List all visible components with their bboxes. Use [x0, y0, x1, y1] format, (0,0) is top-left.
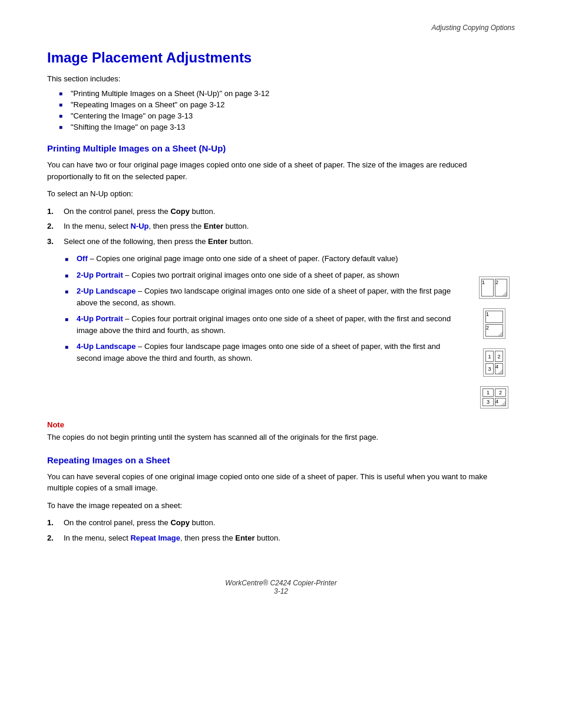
- footer-line1: WorkCentre® C2424 Copier-Printer: [47, 579, 515, 587]
- note-box: Note The copies do not begin printing un…: [47, 420, 515, 443]
- header-right: Adjusting Copying Options: [47, 24, 515, 32]
- option-off-text: – Copies one original page image onto on…: [90, 254, 398, 263]
- section2-para2: To have the image repeated on a sheet:: [47, 500, 515, 512]
- section1-para2: To select an N-Up option:: [47, 188, 515, 200]
- option-4up-portrait: 4-Up Portrait – Copies four portrait ori…: [65, 313, 462, 336]
- step-3-text: Select one of the following, then press …: [64, 236, 253, 248]
- step-1-bold: Copy: [170, 207, 190, 216]
- step-2-nup: N-Up: [130, 222, 148, 230]
- section1-steps: 1. On the control panel, press the Copy …: [47, 206, 515, 248]
- diagram-2up-portrait: 1 2: [479, 276, 510, 299]
- option-2up-landscape-label: 2-Up Landscape: [77, 286, 135, 295]
- step-2: 2. In the menu, select N-Up, then press …: [47, 220, 515, 232]
- section2-step-2-text: In the menu, select Repeat Image, then p…: [64, 532, 280, 544]
- option-4up-portrait-text: – Copies four portrait original images o…: [77, 314, 451, 335]
- diagram-cell-5: 1: [485, 351, 494, 362]
- step-2-enter: Enter: [204, 222, 223, 230]
- diagram-cell-3: 1: [485, 311, 503, 323]
- step-1: 1. On the control panel, press the Copy …: [47, 206, 515, 218]
- section2-step-1: 1. On the control panel, press the Copy …: [47, 517, 515, 529]
- option-4up-landscape: 4-Up Landscape – Copies four landscape p…: [65, 341, 462, 364]
- section1-para1: You can have two or four original page i…: [47, 159, 515, 182]
- option-2up-landscape: 2-Up Landscape – Copies two landscape or…: [65, 285, 462, 308]
- section2-step-2: 2. In the menu, select Repeat Image, the…: [47, 532, 515, 544]
- intro-text: This section includes:: [47, 74, 515, 83]
- diagram-cell-1: 1: [481, 279, 494, 297]
- diagram-cell-8: 4: [495, 363, 503, 374]
- section1-heading: Printing Multiple Images on a Sheet (N-U…: [47, 143, 515, 153]
- toc-item-2: "Repeating Images on a Sheet" on page 3-…: [59, 100, 515, 109]
- section2-step-2-num: 2.: [47, 532, 64, 544]
- fold-corner-4: [501, 401, 505, 406]
- footer-line2: 3-12: [47, 587, 515, 595]
- note-text: The copies do not begin printing until t…: [47, 431, 515, 443]
- diagram-cell-4: 2: [485, 324, 503, 337]
- toc-list: "Printing Multiple Images on a Sheet (N-…: [59, 89, 515, 131]
- diagram-cell-12: 4: [495, 398, 506, 406]
- fold-corner-3: [498, 369, 503, 374]
- toc-item-3: "Centering the Image" on page 3-13: [59, 111, 515, 120]
- options-list-container: Off – Copies one original page image ont…: [47, 253, 462, 368]
- diagram-cell-6: 2: [495, 351, 503, 362]
- option-4up-portrait-label: 4-Up Portrait: [77, 314, 123, 323]
- section2-step-1-num: 1.: [47, 517, 64, 529]
- step-1-num: 1.: [47, 206, 64, 218]
- section2-copy-bold: Copy: [170, 518, 190, 527]
- note-label: Note: [47, 420, 515, 429]
- option-off: Off – Copies one original page image ont…: [65, 253, 462, 265]
- toc-item-1: "Printing Multiple Images on a Sheet (N-…: [59, 89, 515, 98]
- options-list: Off – Copies one original page image ont…: [65, 253, 462, 364]
- section2-steps: 1. On the control panel, press the Copy …: [47, 517, 515, 543]
- fold-corner-2: [498, 331, 503, 336]
- header-text: Adjusting Copying Options: [432, 24, 515, 32]
- diagram-4up-portrait: 1 2 3 4: [483, 348, 505, 377]
- diagram-cell-7: 3: [485, 363, 494, 374]
- diagram-cell-2: 2: [495, 279, 507, 297]
- step-3: 3. Select one of the following, then pre…: [47, 236, 515, 248]
- section2-step-1-text: On the control panel, press the Copy but…: [64, 517, 215, 529]
- diagrams-column: 1 2 1 2 1 2 3: [474, 253, 515, 409]
- page-container: Adjusting Copying Options Image Placemen…: [0, 0, 562, 728]
- step-1-text: On the control panel, press the Copy but…: [64, 206, 215, 218]
- section2-para1: You can have several copies of one origi…: [47, 471, 515, 494]
- option-off-label: Off: [77, 254, 88, 263]
- toc-item-4: "Shifting the Image" on page 3-13: [59, 123, 515, 131]
- option-2up-portrait-text: – Copies two portrait original images on…: [125, 271, 399, 279]
- step-2-text: In the menu, select N-Up, then press the…: [64, 220, 249, 232]
- section2-repeat-image: Repeat Image: [130, 533, 180, 542]
- step-3-enter: Enter: [208, 237, 227, 246]
- options-with-diagrams: Off – Copies one original page image ont…: [47, 253, 515, 409]
- diagram-cell-9: 1: [482, 388, 494, 397]
- option-2up-portrait: 2-Up Portrait – Copies two portrait orig…: [65, 269, 462, 281]
- diagram-4up-landscape: 1 2 3 4: [480, 386, 508, 409]
- fold-corner: [502, 291, 507, 296]
- page-title: Image Placement Adjustments: [47, 50, 515, 66]
- footer: WorkCentre® C2424 Copier-Printer 3-12: [47, 579, 515, 595]
- step-3-num: 3.: [47, 236, 64, 248]
- step-2-num: 2.: [47, 220, 64, 232]
- diagram-2up-landscape: 1 2: [483, 308, 505, 339]
- section2-enter-bold: Enter: [235, 533, 254, 542]
- diagram-cell-10: 2: [495, 388, 506, 397]
- option-4up-landscape-label: 4-Up Landscape: [77, 342, 135, 351]
- option-2up-portrait-label: 2-Up Portrait: [77, 271, 123, 279]
- section2-heading: Repeating Images on a Sheet: [47, 455, 515, 465]
- diagram-cell-11: 3: [482, 398, 494, 406]
